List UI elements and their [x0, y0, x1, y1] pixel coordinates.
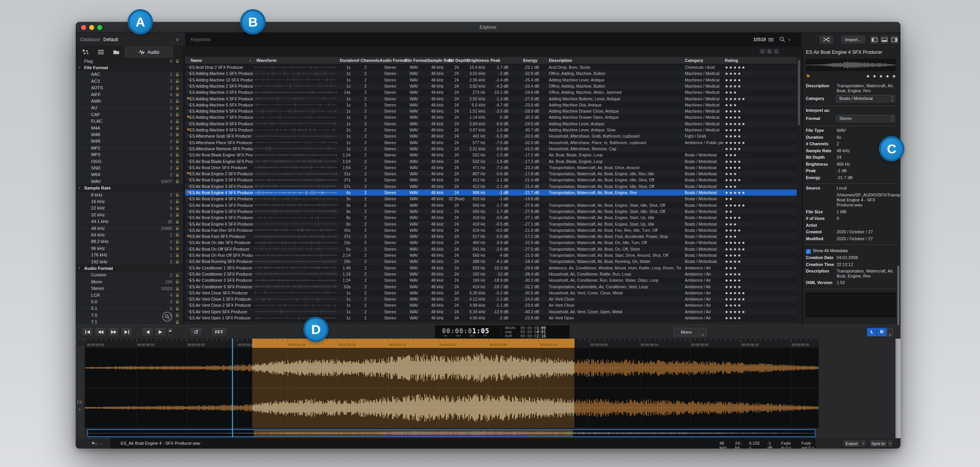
cell-rating[interactable]: ★★★ · ·	[725, 103, 775, 107]
lock-icon[interactable]	[176, 119, 179, 123]
lock-icon[interactable]	[176, 139, 179, 143]
column-header-duration[interactable]: Duration	[340, 58, 357, 63]
lock-icon[interactable]	[176, 153, 179, 157]
cell-rating[interactable]: ★★★★ ·	[725, 178, 775, 182]
table-row[interactable]: ⚑ES Adding Machine 3 SFX Producer14s2Ste…	[185, 89, 797, 95]
filter-section-header[interactable]: ∨Audio Format	[76, 265, 184, 271]
cell-rating[interactable]: ★★ · · ·	[725, 196, 775, 201]
cell-rating[interactable]: ★★★★ ·	[725, 303, 775, 307]
cell-rating[interactable]: ★★★★ ·	[725, 284, 775, 289]
chevron-down-icon[interactable]: ∨	[78, 266, 80, 270]
table-row[interactable]: ⚑ES Adding Machine 4 SFX Producer1s2Ster…	[185, 96, 797, 102]
playhead[interactable]	[232, 339, 233, 437]
export-chevron-icon[interactable]: ∨	[860, 439, 866, 447]
cell-rating[interactable]: ★★★★★	[725, 291, 775, 295]
play-speed-slider[interactable]	[167, 327, 173, 337]
filter-section-header[interactable]: ∨File Format	[76, 64, 184, 71]
cell-rating[interactable]: ★★★★ ·	[725, 128, 775, 132]
filter-section-header[interactable]: ∨Sample Rate	[76, 185, 184, 191]
shuffle-button[interactable]	[819, 35, 834, 44]
cell-rating[interactable]: ★★★★ ·	[725, 215, 775, 220]
column-header--channels[interactable]: # Channels	[357, 58, 380, 63]
table-row[interactable]: ⚑ES Air Boat Fast SFX Producer37s2Stereo…	[185, 233, 797, 239]
table-row[interactable]: ⚑ES Air Conditioner 1 SFX Producer1:492S…	[185, 265, 797, 271]
filter-item[interactable]: AU2	[76, 105, 184, 111]
skip-to-end-button[interactable]	[121, 327, 133, 337]
table-row[interactable]: ⚑ES Air Boat Engine 2 SFX Producer31s2St…	[185, 171, 797, 177]
lock-icon[interactable]	[176, 279, 179, 284]
play-reverse-button[interactable]	[142, 327, 154, 337]
table-row[interactable]: ⚑ES Air Boat Engine 3 SFX Producer37s2St…	[185, 183, 797, 189]
table-scrollbar-thumb[interactable]	[798, 60, 800, 125]
filter-item[interactable]: 22 kHz5	[76, 205, 184, 211]
search-icon[interactable]	[779, 37, 785, 42]
filter-item[interactable]: FLAC4	[76, 118, 184, 125]
filter-item[interactable]: MP22	[76, 145, 184, 151]
cell-rating[interactable]: ★★★★★	[725, 240, 775, 245]
filter-item[interactable]: 5.15	[76, 305, 184, 312]
fx-add-button[interactable]: +	[78, 407, 81, 412]
table-row[interactable]: ⚑ES Air Vent Close 2 SFX Producer1s2Ster…	[185, 302, 797, 308]
cell-rating[interactable]: ★★★★ ·	[725, 278, 775, 283]
quick-select-c[interactable]: C	[774, 49, 779, 54]
table-row[interactable]: ⚑ES Adding Machine 7 SFX Producer1s2Ster…	[185, 114, 797, 120]
lock-icon[interactable]	[176, 239, 179, 244]
filter-item[interactable]: 192 kHz2	[76, 258, 184, 265]
flag-icon[interactable]: ⚑	[806, 73, 811, 79]
lock-icon[interactable]	[176, 320, 179, 324]
cell-rating[interactable]: ★★★★★	[725, 65, 775, 70]
table-header[interactable]: NameWaveformDuration# ChannelsAudio Form…	[185, 57, 797, 64]
lock-icon[interactable]	[176, 92, 179, 96]
table-row[interactable]: ⚑ES Air Boat Engine 4 SFX Producer6s2Ste…	[185, 189, 797, 196]
filter-item[interactable]: AAC2	[76, 71, 184, 78]
loop-button[interactable]: ↺	[189, 327, 203, 337]
filter-item[interactable]: W642	[76, 171, 184, 178]
cell-rating[interactable]: ★★★★★	[725, 190, 775, 195]
cell-rating[interactable]: ★★★★ ·	[725, 84, 775, 88]
cell-rating[interactable]: ★★★★★	[725, 96, 775, 101]
column-header-name[interactable]: Name	[191, 58, 202, 63]
filter-item[interactable]: ADTS2	[76, 85, 184, 91]
cell-rating[interactable]: ★★★★★	[725, 309, 775, 314]
lock-icon[interactable]	[176, 253, 179, 257]
cell-rating[interactable]: ★★★★ ·	[725, 78, 775, 82]
filter-item[interactable]: MP34	[76, 151, 184, 158]
filter-item[interactable]: 44.1 kHz35	[76, 218, 184, 225]
lock-icon[interactable]	[176, 106, 179, 110]
cell-rating[interactable]: ★★★★ ·	[725, 109, 775, 113]
column-header-peak[interactable]: Peak	[490, 58, 500, 63]
lock-icon[interactable]	[176, 173, 179, 177]
lock-icon[interactable]	[176, 226, 179, 230]
chevron-down-icon[interactable]: ∨	[176, 37, 179, 42]
table-row[interactable]: ⚑ES Air Boat Engine 6 SFX Producer8s2Ste…	[185, 214, 797, 221]
lock-icon[interactable]	[176, 159, 179, 163]
lock-icon[interactable]	[176, 313, 179, 317]
quick-select-b[interactable]: B	[767, 49, 772, 54]
cell-rating[interactable]: ★★★★ ·	[725, 71, 775, 76]
filter-item[interactable]: 176 kHz1	[76, 252, 184, 258]
column-header-bit-depth[interactable]: Bit Depth	[448, 58, 467, 63]
table-row[interactable]: ⚑ES Adding Machine 5 SFX Producer1s2Ster…	[185, 102, 797, 108]
flag-counter-icon[interactable]: ⚑0	[91, 441, 97, 446]
cell-rating[interactable]: ★★★★ ·	[725, 228, 775, 233]
lock-icon[interactable]	[176, 193, 179, 197]
column-header-waveform[interactable]: Waveform	[256, 58, 277, 63]
table-row[interactable]: ⚑ES Air Vent Close SFX Producer1s2Stereo…	[185, 290, 797, 296]
skip-to-start-button[interactable]	[81, 327, 93, 337]
filter-item[interactable]: 64 kHz1	[76, 231, 184, 238]
channel-left-button[interactable]: L	[867, 328, 877, 336]
show-all-metadata-checkbox[interactable]: ✓ Show All Metadata	[806, 247, 848, 254]
table-row[interactable]: ⚑ES Adding Machine 1 SFX Producer1s2Ster…	[185, 70, 797, 76]
lock-icon[interactable]	[176, 299, 179, 304]
table-row[interactable]: ⚑ES Air Boat On Idle SFX Producer15s2Ste…	[185, 239, 797, 246]
cell-rating[interactable]: ★★★ · ·	[725, 266, 775, 270]
lock-icon[interactable]	[176, 246, 179, 250]
lock-icon[interactable]	[176, 306, 179, 311]
table-row[interactable]: ⚑ES Air Boat Blade Engine SFX Producer1:…	[185, 152, 797, 158]
filter-item[interactable]: M4A4	[76, 125, 184, 131]
lock-icon[interactable]	[176, 126, 179, 130]
filter-item[interactable]: Flag6	[76, 58, 184, 64]
filter-item[interactable]: 96 kHz5	[76, 245, 184, 251]
cell-rating[interactable]: ★★ · · ·	[725, 209, 775, 214]
format-select[interactable]: Stereo∧∨	[836, 115, 895, 122]
